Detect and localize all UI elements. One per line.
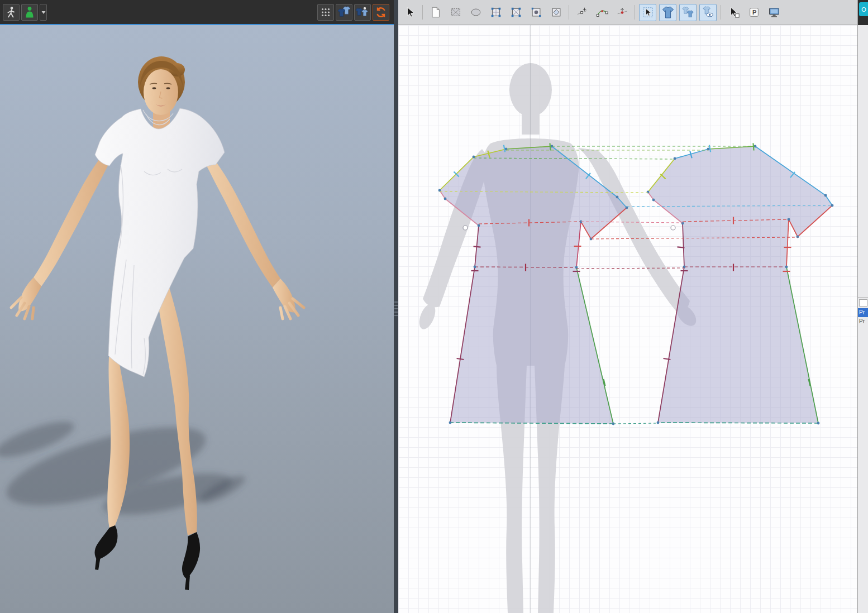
pane-divider[interactable] (394, 0, 398, 613)
add-point-button[interactable] (573, 4, 590, 21)
pattern-canvas[interactable] (398, 25, 857, 613)
svg-text:P: P (752, 9, 756, 16)
select-box-icon (728, 6, 740, 18)
show-avatar-button[interactable] (21, 4, 38, 21)
back-pattern-piece[interactable] (647, 145, 834, 425)
toolbar-3d-left-group (3, 4, 49, 21)
show-pattern-icon (662, 6, 674, 18)
pattern-layer[interactable] (398, 25, 857, 613)
seam-match-line (613, 423, 658, 424)
trace-tool-button[interactable] (447, 4, 464, 21)
show-annotation-icon (702, 6, 714, 18)
right-strip-toolbar-area: O (858, 0, 868, 25)
toolbar-separator (422, 5, 423, 20)
show-all-button[interactable] (317, 4, 334, 21)
new-pattern-button[interactable] (427, 4, 444, 21)
toolbar-3d-right-group (317, 4, 391, 21)
toolbar-2d: P (398, 0, 857, 25)
show-pattern-button[interactable] (659, 4, 676, 21)
pattern-point[interactable] (478, 224, 480, 227)
polygon-tool-button[interactable] (507, 4, 524, 21)
toolbar-3d (0, 0, 394, 25)
pane-2d: P (398, 0, 857, 613)
new-pattern-icon (430, 6, 442, 18)
pattern-point[interactable] (797, 236, 799, 238)
transform-pattern-icon (642, 6, 654, 18)
avatar-pose-icon (4, 6, 18, 19)
pane-3d (0, 0, 394, 613)
circle-internal-icon (530, 6, 542, 18)
clothes-front-back-icon (337, 5, 351, 20)
show-all-icon (319, 6, 332, 18)
pattern-point[interactable] (657, 422, 660, 424)
back-pattern-piece-fill[interactable] (648, 146, 832, 423)
panel-item-selected[interactable]: Pr (858, 308, 868, 317)
notch-mark (753, 143, 753, 151)
avatar-dropdown-button[interactable] (40, 4, 47, 21)
pattern-point[interactable] (681, 222, 684, 225)
free-point-ring[interactable] (463, 226, 468, 230)
display-settings-button[interactable] (765, 4, 783, 21)
pattern-point[interactable] (788, 218, 790, 221)
trace-tool-icon (450, 6, 462, 18)
ellipse-tool-button[interactable] (467, 4, 484, 21)
clothes-fit-icon (355, 5, 370, 20)
circle-internal-button[interactable] (527, 4, 545, 21)
pattern-panel-button[interactable]: P (745, 4, 762, 21)
panel-input-fragment[interactable] (859, 299, 867, 306)
free-point-ring[interactable] (671, 226, 675, 230)
pattern-point[interactable] (474, 266, 476, 269)
edit-seam-button[interactable] (613, 4, 631, 21)
notch-mark (474, 246, 481, 247)
right-collapsed-panel: O Pr Pr (857, 0, 868, 613)
select-tool-icon (404, 6, 416, 18)
front-pattern-piece-fill[interactable] (440, 146, 627, 424)
display-settings-icon (767, 6, 781, 19)
avatar-shoes (95, 525, 201, 590)
add-point-icon (576, 6, 588, 18)
edit-curve-button[interactable] (593, 4, 611, 21)
dart-tool-button[interactable] (547, 4, 565, 21)
edit-seam-icon (616, 6, 628, 18)
transform-pattern-button[interactable] (639, 4, 656, 21)
app-window: P (0, 0, 868, 613)
toolbar-separator (635, 5, 635, 20)
seam-match-line (576, 268, 684, 269)
viewport-3d[interactable] (0, 25, 394, 613)
collapsed-tab-label: O (861, 6, 866, 13)
pattern-point[interactable] (444, 198, 447, 200)
rectangle-tool-button[interactable] (487, 4, 504, 21)
front-pattern-piece[interactable] (438, 145, 628, 425)
show-seamline-button[interactable] (679, 4, 697, 21)
panel-rule (858, 297, 868, 298)
avatar-3d[interactable] (0, 25, 394, 613)
select-box-button[interactable] (725, 4, 742, 21)
select-tool-button[interactable] (401, 4, 418, 21)
avatar-dress[interactable] (95, 108, 225, 377)
pattern-point[interactable] (817, 422, 820, 425)
avatar-dropdown-icon (41, 9, 46, 15)
pattern-point[interactable] (616, 196, 619, 199)
clipped-panel-fragment: Pr Pr (858, 297, 868, 326)
pattern-point[interactable] (652, 199, 655, 202)
avatar-pose-button[interactable] (3, 4, 20, 21)
pattern-point[interactable] (785, 266, 788, 269)
ellipse-tool-icon (470, 6, 482, 18)
show-seamline-icon (682, 6, 694, 18)
toolbar-separator (569, 5, 569, 20)
pattern-point[interactable] (824, 194, 827, 197)
toolbar-separator (721, 5, 721, 20)
collapsed-tab[interactable]: O (859, 2, 868, 16)
pattern-point[interactable] (647, 191, 650, 194)
rectangle-tool-icon (490, 6, 502, 18)
pattern-point[interactable] (449, 422, 452, 424)
pattern-point[interactable] (674, 157, 676, 160)
pattern-panel-icon: P (748, 6, 760, 18)
clothes-front-back-button[interactable] (336, 4, 352, 21)
clothes-fit-button[interactable] (354, 4, 371, 21)
sync-3d-button[interactable] (373, 4, 389, 21)
edit-curve-icon (596, 6, 608, 18)
panel-item[interactable]: Pr (858, 317, 868, 326)
polygon-tool-icon (510, 6, 522, 18)
show-annotation-button[interactable] (699, 4, 717, 21)
